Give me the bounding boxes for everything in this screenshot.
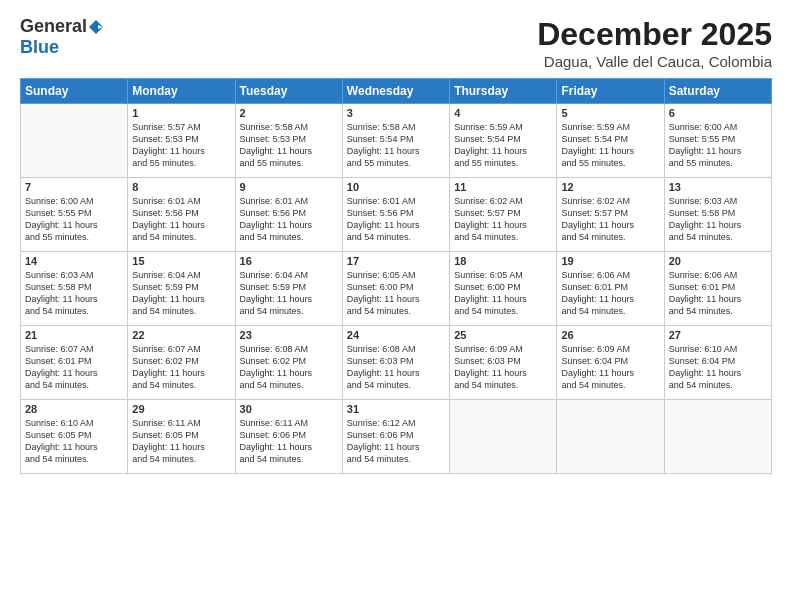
day-info: Sunrise: 6:10 AMSunset: 6:05 PMDaylight:… (25, 417, 123, 466)
day-number: 17 (347, 255, 445, 267)
day-number: 13 (669, 181, 767, 193)
day-number: 4 (454, 107, 552, 119)
calendar-table: Sunday Monday Tuesday Wednesday Thursday… (20, 78, 772, 474)
day-number: 18 (454, 255, 552, 267)
day-info: Sunrise: 6:05 AMSunset: 6:00 PMDaylight:… (454, 269, 552, 318)
day-number: 11 (454, 181, 552, 193)
day-info: Sunrise: 6:02 AMSunset: 5:57 PMDaylight:… (454, 195, 552, 244)
col-wednesday: Wednesday (342, 79, 449, 104)
calendar-cell: 19Sunrise: 6:06 AMSunset: 6:01 PMDayligh… (557, 252, 664, 326)
day-info: Sunrise: 6:04 AMSunset: 5:59 PMDaylight:… (132, 269, 230, 318)
calendar-week-row: 14Sunrise: 6:03 AMSunset: 5:58 PMDayligh… (21, 252, 772, 326)
calendar-cell: 21Sunrise: 6:07 AMSunset: 6:01 PMDayligh… (21, 326, 128, 400)
page: General Blue December 2025 Dagua, Valle … (0, 0, 792, 612)
day-number: 21 (25, 329, 123, 341)
day-number: 1 (132, 107, 230, 119)
calendar-cell: 25Sunrise: 6:09 AMSunset: 6:03 PMDayligh… (450, 326, 557, 400)
day-number: 29 (132, 403, 230, 415)
day-info: Sunrise: 6:07 AMSunset: 6:01 PMDaylight:… (25, 343, 123, 392)
day-info: Sunrise: 6:07 AMSunset: 6:02 PMDaylight:… (132, 343, 230, 392)
day-info: Sunrise: 5:57 AMSunset: 5:53 PMDaylight:… (132, 121, 230, 170)
calendar-cell: 11Sunrise: 6:02 AMSunset: 5:57 PMDayligh… (450, 178, 557, 252)
logo-general-text: General (20, 16, 87, 37)
calendar-cell: 3Sunrise: 5:58 AMSunset: 5:54 PMDaylight… (342, 104, 449, 178)
day-info: Sunrise: 6:08 AMSunset: 6:02 PMDaylight:… (240, 343, 338, 392)
calendar-subtitle: Dagua, Valle del Cauca, Colombia (537, 53, 772, 70)
calendar-cell: 29Sunrise: 6:11 AMSunset: 6:05 PMDayligh… (128, 400, 235, 474)
header: General Blue December 2025 Dagua, Valle … (20, 16, 772, 70)
calendar-cell (664, 400, 771, 474)
calendar-cell: 15Sunrise: 6:04 AMSunset: 5:59 PMDayligh… (128, 252, 235, 326)
calendar-cell: 30Sunrise: 6:11 AMSunset: 6:06 PMDayligh… (235, 400, 342, 474)
calendar-cell (450, 400, 557, 474)
calendar-week-row: 7Sunrise: 6:00 AMSunset: 5:55 PMDaylight… (21, 178, 772, 252)
day-number: 23 (240, 329, 338, 341)
col-monday: Monday (128, 79, 235, 104)
day-number: 20 (669, 255, 767, 267)
calendar-cell: 4Sunrise: 5:59 AMSunset: 5:54 PMDaylight… (450, 104, 557, 178)
calendar-cell: 14Sunrise: 6:03 AMSunset: 5:58 PMDayligh… (21, 252, 128, 326)
day-info: Sunrise: 5:59 AMSunset: 5:54 PMDaylight:… (454, 121, 552, 170)
day-info: Sunrise: 6:04 AMSunset: 5:59 PMDaylight:… (240, 269, 338, 318)
calendar-cell: 20Sunrise: 6:06 AMSunset: 6:01 PMDayligh… (664, 252, 771, 326)
day-info: Sunrise: 6:05 AMSunset: 6:00 PMDaylight:… (347, 269, 445, 318)
col-tuesday: Tuesday (235, 79, 342, 104)
day-info: Sunrise: 6:09 AMSunset: 6:04 PMDaylight:… (561, 343, 659, 392)
col-friday: Friday (557, 79, 664, 104)
title-block: December 2025 Dagua, Valle del Cauca, Co… (537, 16, 772, 70)
calendar-cell: 9Sunrise: 6:01 AMSunset: 5:56 PMDaylight… (235, 178, 342, 252)
day-number: 27 (669, 329, 767, 341)
day-number: 10 (347, 181, 445, 193)
logo-blue-text: Blue (20, 37, 59, 57)
day-info: Sunrise: 6:02 AMSunset: 5:57 PMDaylight:… (561, 195, 659, 244)
day-number: 6 (669, 107, 767, 119)
day-info: Sunrise: 6:00 AMSunset: 5:55 PMDaylight:… (25, 195, 123, 244)
calendar-cell: 6Sunrise: 6:00 AMSunset: 5:55 PMDaylight… (664, 104, 771, 178)
day-number: 30 (240, 403, 338, 415)
day-info: Sunrise: 5:59 AMSunset: 5:54 PMDaylight:… (561, 121, 659, 170)
calendar-cell (21, 104, 128, 178)
calendar-cell: 17Sunrise: 6:05 AMSunset: 6:00 PMDayligh… (342, 252, 449, 326)
day-info: Sunrise: 5:58 AMSunset: 5:53 PMDaylight:… (240, 121, 338, 170)
day-info: Sunrise: 6:01 AMSunset: 5:56 PMDaylight:… (132, 195, 230, 244)
day-number: 16 (240, 255, 338, 267)
day-number: 9 (240, 181, 338, 193)
day-info: Sunrise: 6:00 AMSunset: 5:55 PMDaylight:… (669, 121, 767, 170)
col-thursday: Thursday (450, 79, 557, 104)
calendar-cell: 2Sunrise: 5:58 AMSunset: 5:53 PMDaylight… (235, 104, 342, 178)
calendar-cell: 1Sunrise: 5:57 AMSunset: 5:53 PMDaylight… (128, 104, 235, 178)
day-number: 12 (561, 181, 659, 193)
calendar-cell: 18Sunrise: 6:05 AMSunset: 6:00 PMDayligh… (450, 252, 557, 326)
col-saturday: Saturday (664, 79, 771, 104)
day-number: 22 (132, 329, 230, 341)
logo-icon (89, 20, 103, 34)
day-info: Sunrise: 6:10 AMSunset: 6:04 PMDaylight:… (669, 343, 767, 392)
calendar-cell: 16Sunrise: 6:04 AMSunset: 5:59 PMDayligh… (235, 252, 342, 326)
day-number: 8 (132, 181, 230, 193)
day-info: Sunrise: 6:06 AMSunset: 6:01 PMDaylight:… (669, 269, 767, 318)
col-sunday: Sunday (21, 79, 128, 104)
day-info: Sunrise: 5:58 AMSunset: 5:54 PMDaylight:… (347, 121, 445, 170)
calendar-cell: 31Sunrise: 6:12 AMSunset: 6:06 PMDayligh… (342, 400, 449, 474)
calendar-cell: 5Sunrise: 5:59 AMSunset: 5:54 PMDaylight… (557, 104, 664, 178)
calendar-cell: 24Sunrise: 6:08 AMSunset: 6:03 PMDayligh… (342, 326, 449, 400)
logo: General Blue (20, 16, 103, 58)
calendar-cell: 8Sunrise: 6:01 AMSunset: 5:56 PMDaylight… (128, 178, 235, 252)
day-number: 7 (25, 181, 123, 193)
calendar-cell: 22Sunrise: 6:07 AMSunset: 6:02 PMDayligh… (128, 326, 235, 400)
day-info: Sunrise: 6:03 AMSunset: 5:58 PMDaylight:… (669, 195, 767, 244)
calendar-cell: 7Sunrise: 6:00 AMSunset: 5:55 PMDaylight… (21, 178, 128, 252)
calendar-week-row: 1Sunrise: 5:57 AMSunset: 5:53 PMDaylight… (21, 104, 772, 178)
day-info: Sunrise: 6:06 AMSunset: 6:01 PMDaylight:… (561, 269, 659, 318)
day-number: 28 (25, 403, 123, 415)
calendar-cell: 13Sunrise: 6:03 AMSunset: 5:58 PMDayligh… (664, 178, 771, 252)
day-info: Sunrise: 6:12 AMSunset: 6:06 PMDaylight:… (347, 417, 445, 466)
day-info: Sunrise: 6:01 AMSunset: 5:56 PMDaylight:… (347, 195, 445, 244)
day-number: 15 (132, 255, 230, 267)
day-number: 2 (240, 107, 338, 119)
day-number: 3 (347, 107, 445, 119)
calendar-cell: 12Sunrise: 6:02 AMSunset: 5:57 PMDayligh… (557, 178, 664, 252)
calendar-cell: 26Sunrise: 6:09 AMSunset: 6:04 PMDayligh… (557, 326, 664, 400)
day-number: 25 (454, 329, 552, 341)
day-info: Sunrise: 6:11 AMSunset: 6:06 PMDaylight:… (240, 417, 338, 466)
